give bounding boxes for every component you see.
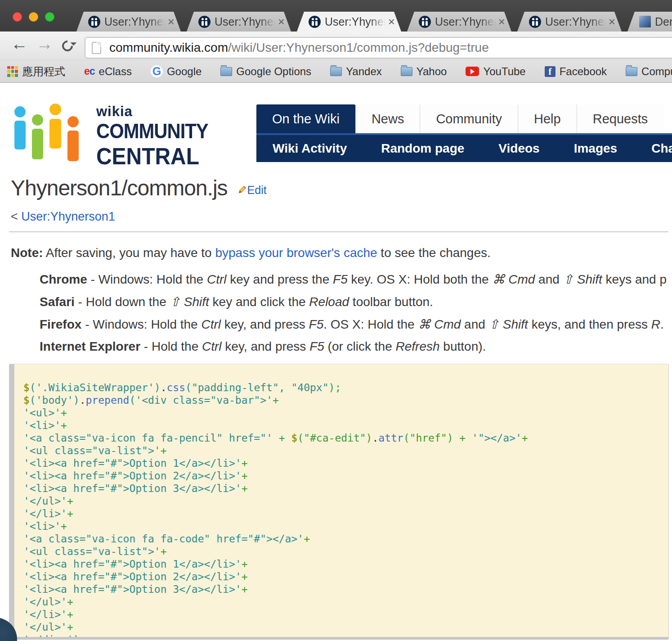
bookmark-facebook[interactable]: fFacebook bbox=[545, 65, 607, 78]
page-document-icon bbox=[92, 42, 101, 54]
wikia-community-central-logo[interactable]: wikia COMMUNITY CENTRAL bbox=[10, 103, 203, 163]
code-line: '<a class="va-icon fa fa-pencil" href="'… bbox=[23, 432, 666, 444]
code-line: '<li><a href="#">Option 3</a></li>'+ bbox=[23, 583, 666, 596]
bookmark-youtube[interactable]: YouTube bbox=[466, 65, 525, 78]
code-line: '<li><a href="#">Option 1</a></li>'+ bbox=[23, 558, 666, 570]
back-button[interactable]: ← bbox=[11, 34, 28, 54]
tab-title: User:Yhynerso bbox=[545, 15, 606, 28]
breadcrumb: < User:Yhynerson1 bbox=[11, 210, 115, 224]
code-line: '<li>'+ bbox=[23, 419, 666, 432]
minimize-window-button[interactable] bbox=[29, 12, 38, 22]
tab-close-icon[interactable]: × bbox=[388, 17, 395, 26]
bookmark-yandex[interactable]: Yandex bbox=[330, 65, 382, 78]
code-line: '<li><a href="#">Option 2</a></li>'+ bbox=[23, 469, 666, 482]
page-title-row: Yhynerson1/common.js Edit bbox=[11, 176, 267, 200]
folder-icon bbox=[330, 67, 342, 76]
cache-list-item: Chrome - Windows: Hold the Ctrl key and … bbox=[40, 272, 672, 294]
subnav-chat[interactable]: Chat bbox=[651, 141, 672, 156]
wiki-tab-requests[interactable]: Requests bbox=[577, 104, 664, 133]
code-line: '</li>'+ bbox=[23, 507, 666, 520]
tab-close-icon[interactable]: × bbox=[168, 17, 175, 26]
wiki-tab-community[interactable]: Community bbox=[420, 104, 518, 133]
code-line: '<ul>'+ bbox=[23, 406, 666, 419]
code-line: $('body').prepend('<div class="va-bar">'… bbox=[23, 394, 666, 406]
cache-list-item: Firefox - Windows: Hold the Ctrl key, an… bbox=[40, 317, 672, 339]
subnav-images[interactable]: Images bbox=[574, 141, 618, 156]
edit-link[interactable]: Edit bbox=[236, 184, 267, 197]
tab-title: User:Yhynerso bbox=[104, 15, 165, 28]
bookmark-label: eClass bbox=[99, 65, 132, 78]
pencil-icon bbox=[236, 185, 247, 196]
code-line: '<li><a href="#">Option 3</a></li>'+ bbox=[23, 482, 666, 495]
browser-tab-1[interactable]: User:Yhynerso× bbox=[76, 12, 181, 32]
breadcrumb-prefix: < bbox=[11, 210, 18, 223]
bookmark-label: Facebook bbox=[560, 65, 607, 78]
code-line: '<li><a href="#">Option 2</a></li>'+ bbox=[23, 570, 666, 583]
bookmark-compute[interactable]: Compute bbox=[626, 65, 672, 78]
url-path: /wiki/User:Yhynerson1/common.js?debug=tr… bbox=[228, 41, 489, 54]
bookmark-應用程式[interactable]: 應用程式 bbox=[7, 64, 65, 79]
address-bar[interactable]: community.wikia.com/wiki/User:Yhynerson1… bbox=[85, 37, 672, 59]
apps-grid-icon bbox=[7, 66, 18, 77]
close-window-button[interactable] bbox=[13, 12, 22, 22]
browser-titlebar: User:Yhynerso×User:Yhynerso×User:Yhyners… bbox=[0, 0, 672, 32]
bookmark-label: YouTube bbox=[483, 65, 525, 78]
tab-close-icon[interactable]: × bbox=[278, 17, 285, 26]
code-line: '<li>'+ bbox=[23, 520, 666, 533]
code-line: '</li>'+ bbox=[23, 608, 666, 621]
tab-close-icon[interactable]: × bbox=[498, 17, 505, 26]
tab-close-icon[interactable]: × bbox=[609, 17, 615, 26]
subnav-wiki-activity[interactable]: Wiki Activity bbox=[273, 141, 347, 156]
subnav-random-page[interactable]: Random page bbox=[381, 141, 464, 156]
zoom-window-button[interactable] bbox=[45, 12, 54, 22]
browser-tab-4[interactable]: User:Yhynerso× bbox=[407, 12, 511, 32]
common-js-code-block: $('.WikiaSiteWrapper').css("padding-left… bbox=[9, 364, 669, 640]
google-g-icon: G bbox=[151, 65, 163, 77]
browser-tab-6[interactable]: Den bbox=[627, 12, 672, 32]
bookmark-google[interactable]: GGoogle bbox=[151, 65, 202, 78]
code-line: '<a class="va-icon fa fa-code" href="#">… bbox=[23, 533, 666, 545]
bookmark-label: Yandex bbox=[346, 65, 382, 78]
tab-title: User:Yhynerso bbox=[215, 15, 275, 28]
forward-button[interactable]: → bbox=[36, 34, 53, 54]
wikia-favicon bbox=[309, 16, 321, 28]
bookmark-yahoo[interactable]: Yahoo bbox=[401, 65, 447, 78]
traffic-lights bbox=[13, 12, 54, 22]
code-line: '<ul class="va-list">'+ bbox=[23, 444, 666, 457]
browser-tab-bar: User:Yhynerso×User:Yhynerso×User:Yhyners… bbox=[76, 12, 672, 32]
logo-line1: COMMUNITY bbox=[96, 120, 208, 144]
code-line: '<li><a href="#">Option 1</a></li>'+ bbox=[23, 457, 666, 469]
url-text: community.wikia.com/wiki/User:Yhynerson1… bbox=[109, 41, 489, 55]
youtube-icon bbox=[466, 67, 479, 76]
eclass-logo-icon: ec bbox=[84, 65, 95, 77]
wiki-tab-news[interactable]: News bbox=[355, 104, 420, 133]
code-line: '</ul>'+ bbox=[23, 596, 666, 608]
subnav-videos[interactable]: Videos bbox=[498, 141, 539, 156]
bookmark-label: Yahoo bbox=[417, 65, 447, 78]
folder-icon bbox=[626, 67, 637, 76]
logo-wordmark: wikia bbox=[96, 104, 206, 120]
page-title: Yhynerson1/common.js bbox=[11, 176, 228, 200]
code-line: $('.WikiaSiteWrapper').css("padding-left… bbox=[23, 381, 666, 394]
cache-bypass-link[interactable]: bypass your browser's cache bbox=[215, 246, 377, 260]
wiki-tab-on-the-wiki[interactable]: On the Wiki bbox=[256, 104, 355, 133]
tab-title: Den bbox=[655, 15, 672, 28]
bookmark-label: Compute bbox=[641, 65, 672, 78]
browser-tab-3[interactable]: User:Yhynerso× bbox=[297, 12, 401, 32]
code-line: '</div>'); bbox=[23, 633, 666, 640]
wikia-favicon bbox=[419, 16, 431, 28]
logo-text: wikia COMMUNITY CENTRAL bbox=[96, 104, 206, 167]
browser-tab-2[interactable]: User:Yhynerso× bbox=[187, 12, 291, 32]
page-content: wikia COMMUNITY CENTRAL On the WikiNewsC… bbox=[0, 83, 672, 641]
browser-tab-5[interactable]: User:Yhynerso× bbox=[517, 12, 622, 32]
cache-note: Note: After saving, you may have to bypa… bbox=[11, 246, 672, 260]
code-line: '</ul>'+ bbox=[23, 495, 666, 507]
wiki-tab-help[interactable]: Help bbox=[518, 104, 577, 133]
image-favicon bbox=[639, 16, 651, 27]
bookmark-google-options[interactable]: Google Options bbox=[220, 65, 311, 78]
breadcrumb-user-link[interactable]: User:Yhynerson1 bbox=[21, 210, 115, 223]
wikia-favicon bbox=[198, 16, 211, 28]
edit-label: Edit bbox=[247, 184, 267, 197]
bookmark-eclass[interactable]: eceClass bbox=[84, 65, 132, 78]
cache-instructions-list: Chrome - Windows: Hold the Ctrl key and … bbox=[40, 272, 672, 362]
